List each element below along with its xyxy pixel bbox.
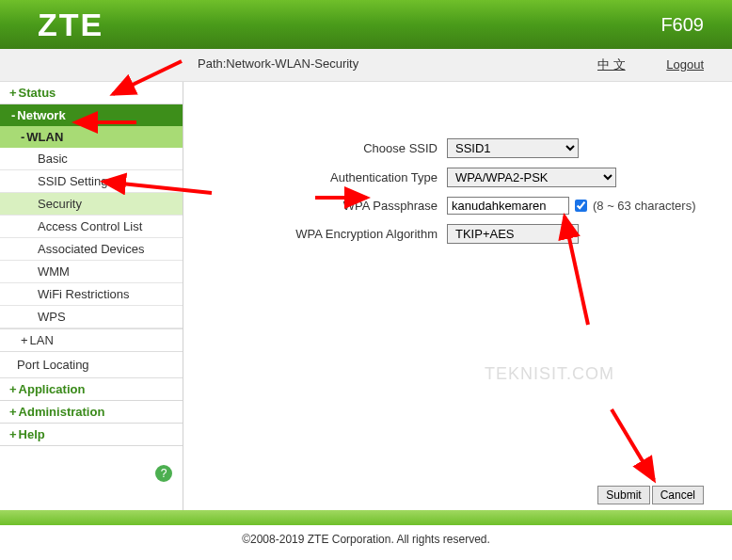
sidebar-item-associated[interactable]: Associated Devices [0, 238, 183, 261]
language-link[interactable]: 中 文 [597, 57, 626, 72]
brand-logo: ZTE [38, 7, 103, 43]
select-encryption[interactable]: TKIP+AES [447, 224, 579, 244]
bottom-bar: Submit Cancel [0, 510, 732, 525]
label-encryption: WPA Encryption Algorithm [212, 227, 447, 241]
footer: ©2008-2019 ZTE Corporation. All rights r… [0, 525, 732, 553]
sidebar-item-status[interactable]: Status [0, 82, 183, 104]
sidebar-item-basic[interactable]: Basic [0, 148, 183, 170]
passphrase-hint: (8 ~ 63 characters) [593, 199, 695, 213]
watermark: TEKNISIT.COM [485, 364, 614, 384]
sidebar-item-network[interactable]: Network [0, 104, 183, 126]
cancel-button[interactable]: Cancel [652, 486, 704, 504]
label-wpa-passphrase: WPA Passphrase [212, 199, 447, 213]
sidebar-item-acl[interactable]: Access Control List [0, 216, 183, 238]
sidebar-item-security[interactable]: Security [0, 193, 183, 216]
sidebar-item-help[interactable]: Help [0, 424, 183, 446]
checkbox-show-passphrase[interactable] [575, 200, 587, 212]
sidebar-item-lan[interactable]: LAN [0, 328, 183, 352]
sidebar-item-administration[interactable]: Administration [0, 401, 183, 424]
label-choose-ssid: Choose SSID [212, 141, 447, 155]
select-auth-type[interactable]: WPA/WPA2-PSK [447, 168, 616, 187]
sidebar-item-application[interactable]: Application [0, 378, 183, 401]
sidebar-item-ssid-settings[interactable]: SSID Settings [0, 170, 183, 193]
model-label: F609 [660, 14, 704, 36]
sidebar-item-wifi-restrictions[interactable]: WiFi Restrictions [0, 283, 183, 306]
input-wpa-passphrase[interactable] [447, 197, 569, 215]
breadcrumb: Path:Network-WLAN-Security [198, 56, 560, 73]
sidebar-item-port-locating[interactable]: Port Locating [0, 352, 183, 378]
select-ssid[interactable]: SSID1 [447, 138, 579, 158]
label-auth-type: Authentication Type [212, 170, 447, 184]
logout-link[interactable]: Logout [666, 57, 704, 72]
top-bar: Path:Network-WLAN-Security 中 文 Logout [0, 49, 732, 82]
sidebar-item-wlan[interactable]: WLAN [0, 126, 183, 148]
submit-button[interactable]: Submit [597, 486, 649, 504]
header: ZTE F609 [0, 0, 732, 49]
content-panel: Choose SSID SSID1 Authentication Type WP… [183, 82, 732, 510]
sidebar-item-wps[interactable]: WPS [0, 306, 183, 328]
help-icon[interactable]: ? [155, 465, 172, 482]
sidebar: Status Network WLAN Basic SSID Settings … [0, 82, 183, 510]
sidebar-item-wmm[interactable]: WMM [0, 261, 183, 283]
